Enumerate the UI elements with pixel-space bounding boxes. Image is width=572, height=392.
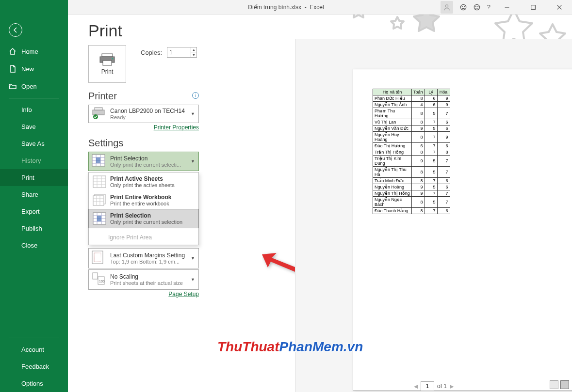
svg-rect-7 bbox=[531, 5, 536, 9]
preview-page: Họ và tênToánLýHóa Phan Đức Hiếu869Nguyễ… bbox=[353, 69, 572, 391]
svg-rect-8 bbox=[102, 54, 113, 57]
svg-point-0 bbox=[445, 4, 448, 7]
show-margins-button[interactable] bbox=[550, 380, 558, 389]
svg-rect-16 bbox=[96, 157, 100, 163]
sidebar-item-home[interactable]: Home bbox=[0, 43, 68, 60]
copies-input[interactable] bbox=[167, 47, 191, 58]
printer-status-icon bbox=[92, 107, 106, 121]
svg-point-11 bbox=[112, 58, 114, 60]
printer-name: Canon LBP2900 on TECH14 bbox=[110, 108, 187, 114]
svg-rect-19 bbox=[93, 196, 104, 205]
svg-point-3 bbox=[464, 6, 465, 7]
workbook-icon bbox=[93, 194, 106, 206]
next-page-button[interactable]: ▶ bbox=[450, 383, 454, 390]
sheet-selection-icon bbox=[93, 212, 106, 225]
help-icon[interactable]: ? bbox=[487, 3, 490, 11]
dropdown-option-active-sheets[interactable]: Print Active SheetsOnly print the active… bbox=[89, 172, 198, 191]
page-number-input[interactable] bbox=[421, 381, 434, 391]
print-backstage-panel: Print Print Copies: ▲▼ Printer i bbox=[68, 15, 572, 392]
svg-rect-24 bbox=[93, 273, 98, 279]
zoom-to-page-button[interactable] bbox=[560, 380, 569, 389]
sidebar-item-share[interactable]: Share bbox=[0, 186, 68, 203]
sidebar-item-publish[interactable]: Publish bbox=[0, 220, 68, 237]
maximize-button[interactable] bbox=[523, 0, 543, 15]
close-button[interactable] bbox=[550, 0, 569, 15]
sidebar-item-options[interactable]: Options bbox=[0, 375, 68, 392]
svg-text:100: 100 bbox=[99, 280, 105, 283]
sidebar-item-print[interactable]: Print bbox=[0, 169, 68, 186]
copies-control: Copies: ▲▼ bbox=[141, 47, 197, 58]
printer-heading: Printer bbox=[88, 91, 117, 102]
page-title: Print bbox=[88, 21, 562, 40]
dropdown-option-entire-workbook[interactable]: Print Entire WorkbookPrint the entire wo… bbox=[89, 191, 198, 209]
svg-point-4 bbox=[474, 4, 479, 10]
sidebar-item-history[interactable]: History bbox=[0, 152, 68, 169]
print-what-selector[interactable]: Print Selection Only print the current s… bbox=[88, 152, 199, 171]
scaling-selector[interactable]: 100 No Scaling Print sheets at their act… bbox=[88, 269, 199, 290]
user-account[interactable] bbox=[441, 1, 453, 14]
sheet-icon bbox=[93, 175, 106, 188]
copies-label: Copies: bbox=[141, 49, 162, 56]
new-icon bbox=[9, 65, 16, 73]
svg-rect-13 bbox=[95, 108, 102, 110]
titlebar: Điểm trung bình.xlsx - Excel ? bbox=[0, 0, 572, 15]
dropdown-ignore-print-area: Ignore Print Area bbox=[89, 230, 198, 245]
page-total: of 1 bbox=[437, 383, 447, 390]
page-navigator: ◀ of 1 ▶ bbox=[414, 381, 454, 391]
prev-page-button[interactable]: ◀ bbox=[414, 383, 418, 390]
chevron-down-icon: ▼ bbox=[191, 159, 196, 164]
page-setup-link[interactable]: Page Setup bbox=[88, 291, 199, 298]
sidebar-item-close[interactable]: Close bbox=[0, 237, 68, 254]
svg-rect-10 bbox=[103, 61, 112, 65]
window-title: Điểm trung bình.xlsx - Excel bbox=[248, 4, 324, 11]
titlebar-controls: ? bbox=[441, 0, 572, 15]
svg-rect-12 bbox=[93, 110, 104, 115]
sidebar-item-open[interactable]: Open bbox=[0, 78, 68, 95]
printer-status: Ready bbox=[110, 114, 187, 120]
back-button[interactable] bbox=[9, 23, 22, 37]
home-icon bbox=[9, 47, 16, 55]
sidebar-separator bbox=[9, 338, 59, 338]
printer-selector[interactable]: Canon LBP2900 on TECH14 Ready ▼ bbox=[88, 105, 199, 123]
svg-point-6 bbox=[478, 6, 478, 7]
watermark: ThuThuatPhanMem.vn bbox=[217, 339, 363, 355]
print-what-dropdown: Print Active SheetsOnly print the active… bbox=[88, 172, 199, 245]
chevron-down-icon: ▼ bbox=[191, 277, 196, 282]
printer-properties-link[interactable]: Printer Properties bbox=[88, 124, 199, 131]
chevron-down-icon: ▼ bbox=[191, 111, 196, 116]
avatar-icon bbox=[441, 1, 453, 14]
svg-point-2 bbox=[462, 6, 462, 7]
dropdown-separator bbox=[89, 229, 198, 229]
frown-icon[interactable] bbox=[474, 4, 480, 11]
margins-selector[interactable]: Last Custom Margins Setting Top: 1,9 cm … bbox=[88, 248, 199, 268]
chevron-down-icon: ▼ bbox=[191, 256, 196, 261]
open-icon bbox=[9, 82, 16, 90]
svg-point-5 bbox=[475, 6, 476, 7]
sheet-selection-icon bbox=[92, 154, 106, 169]
sidebar-item-export[interactable]: Export bbox=[0, 203, 68, 220]
backstage-sidebar: Home New Open Info Save Save As History … bbox=[0, 15, 68, 392]
sidebar-item-feedback[interactable]: Feedback bbox=[0, 358, 68, 375]
svg-point-1 bbox=[460, 4, 466, 10]
sidebar-separator bbox=[9, 98, 59, 98]
info-icon[interactable]: i bbox=[192, 92, 199, 99]
smiley-icon[interactable] bbox=[460, 4, 467, 11]
minimize-button[interactable] bbox=[497, 0, 517, 15]
svg-rect-21 bbox=[97, 216, 101, 221]
sidebar-item-new[interactable]: New bbox=[0, 60, 68, 78]
sidebar-item-save-as[interactable]: Save As bbox=[0, 135, 68, 152]
sidebar-item-save[interactable]: Save bbox=[0, 118, 68, 135]
margins-icon bbox=[92, 251, 106, 266]
printer-icon bbox=[99, 53, 115, 66]
titlebar-green-block bbox=[0, 0, 68, 15]
preview-table: Họ và tênToánLýHóa Phan Đức Hiếu869Nguyễ… bbox=[373, 89, 450, 214]
print-button[interactable]: Print bbox=[88, 45, 126, 83]
dropdown-option-print-selection[interactable]: Print SelectionOnly print the current se… bbox=[88, 209, 199, 228]
scaling-icon: 100 bbox=[92, 272, 106, 287]
sidebar-item-info[interactable]: Info bbox=[0, 101, 68, 118]
copies-spinner[interactable]: ▲▼ bbox=[191, 47, 197, 58]
sidebar-item-account[interactable]: Account bbox=[0, 341, 68, 358]
